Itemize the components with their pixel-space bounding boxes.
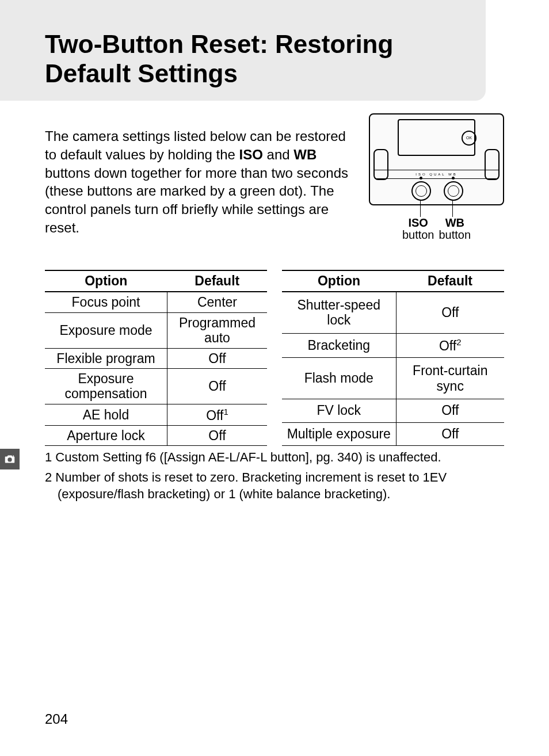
- table-row: Aperture lockOff: [45, 425, 267, 445]
- table-row: AE holdOff1: [45, 404, 267, 425]
- wb-caption: WBbutton: [439, 217, 471, 241]
- table-row: Shutter-speed lockOff: [282, 292, 504, 333]
- option-cell: Exposure compensation: [45, 368, 167, 404]
- default-cell: Programmed auto: [167, 312, 268, 348]
- table-row: Flash modeFront-curtain sync: [282, 358, 504, 399]
- wb-button-graphic: [444, 181, 463, 201]
- option-cell: Exposure mode: [45, 312, 167, 348]
- table-row: Multiple exposureOff: [282, 422, 504, 446]
- option-cell: FV lock: [282, 399, 396, 422]
- defaults-table-right: Option Default Shutter-speed lockOffBrac…: [282, 270, 504, 446]
- table-row: Exposure compensationOff: [45, 368, 267, 404]
- col-default: Default: [167, 270, 268, 292]
- option-cell: Multiple exposure: [282, 422, 396, 446]
- option-cell: Focus point: [45, 292, 167, 312]
- option-cell: Bracketing: [282, 333, 396, 358]
- option-cell: Aperture lock: [45, 425, 167, 445]
- iso-caption: ISObutton: [402, 217, 434, 241]
- default-cell: Center: [167, 292, 268, 312]
- default-cell: Off: [396, 422, 504, 446]
- col-option: Option: [45, 270, 167, 292]
- option-cell: Shutter-speed lock: [282, 292, 396, 333]
- option-cell: Flexible program: [45, 348, 167, 368]
- intro-text-2: and: [263, 147, 293, 162]
- default-cell: Off: [167, 368, 268, 404]
- iso-caption-word: button: [402, 228, 434, 241]
- table-row: Flexible programOff: [45, 348, 267, 368]
- camera-diagram: OK ISO QUAL WB ISObutton WBbutton: [369, 113, 504, 241]
- table-row: Focus pointCenter: [45, 292, 267, 312]
- camera-tab-icon: [0, 449, 20, 469]
- default-cell: Off: [396, 292, 504, 333]
- option-cell: AE hold: [45, 404, 167, 425]
- default-cell: Off2: [396, 333, 504, 358]
- intro-paragraph: The camera settings listed below can be …: [45, 127, 356, 236]
- wb-label-inline: WB: [293, 147, 317, 162]
- iso-label-inline: ISO: [239, 147, 263, 162]
- option-cell: Flash mode: [282, 358, 396, 399]
- default-cell: Front-curtain sync: [396, 358, 504, 399]
- page-number: 204: [45, 711, 68, 727]
- table-row: FV lockOff: [282, 399, 504, 422]
- wb-caption-word: button: [439, 228, 471, 241]
- footnote-1: 1 Custom Setting f6 ([Assign AE-L/AF-L b…: [45, 449, 504, 466]
- default-cell: Off: [167, 425, 268, 445]
- footnote-2: 2 Number of shots is reset to zero. Brac…: [45, 469, 504, 502]
- default-cell: Off1: [167, 404, 268, 425]
- default-cell: Off: [396, 399, 504, 422]
- table-row: Exposure modeProgrammed auto: [45, 312, 267, 348]
- page-title: Two-Button Reset: Restoring Default Sett…: [45, 30, 445, 88]
- col-default: Default: [396, 270, 504, 292]
- table-row: BracketingOff2: [282, 333, 504, 358]
- iso-button-graphic: [411, 181, 431, 201]
- default-cell: Off: [167, 348, 268, 368]
- col-option: Option: [282, 270, 396, 292]
- intro-text-3: buttons down together for more than two …: [45, 165, 348, 235]
- wb-caption-bold: WB: [439, 217, 471, 229]
- iso-caption-bold: ISO: [402, 217, 434, 229]
- defaults-table-left: Option Default Focus pointCenterExposure…: [45, 270, 267, 446]
